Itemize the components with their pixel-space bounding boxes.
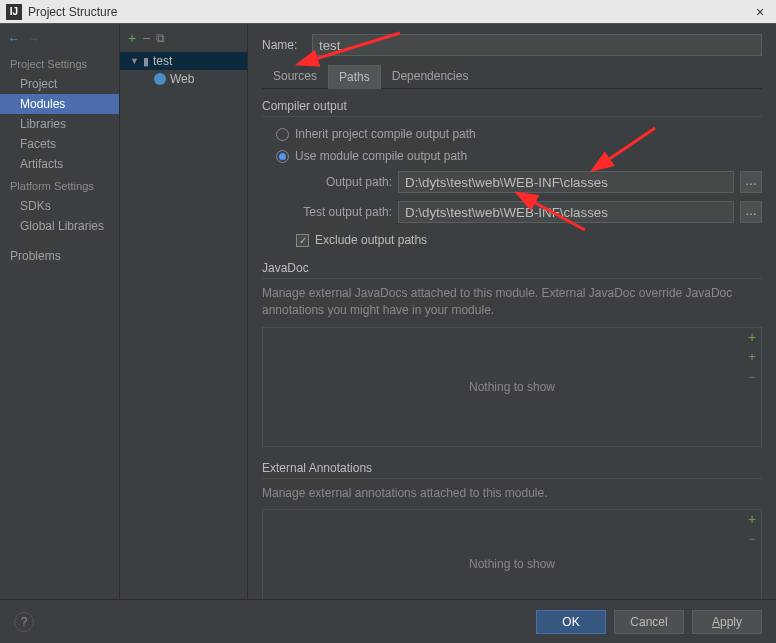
javadoc-title: JavaDoc xyxy=(262,261,762,279)
annotations-title: External Annotations xyxy=(262,461,762,479)
app-icon: IJ xyxy=(6,4,22,20)
sidebar-item-facets[interactable]: Facets xyxy=(0,134,119,154)
annotations-remove-icon[interactable]: − xyxy=(742,529,762,549)
add-icon[interactable]: + xyxy=(128,30,136,46)
exclude-label: Exclude output paths xyxy=(315,233,427,247)
content-panel: Name: Sources Paths Dependencies Compile… xyxy=(248,24,776,599)
annotations-list: Nothing to show + − xyxy=(262,509,762,599)
sidebar-heading-project: Project Settings xyxy=(0,52,119,74)
name-input[interactable] xyxy=(312,34,762,56)
radio-module[interactable]: Use module compile output path xyxy=(262,145,762,167)
exclude-checkbox-row[interactable]: ✓ Exclude output paths xyxy=(262,227,762,253)
module-icon: ▮ xyxy=(143,55,149,68)
chevron-down-icon: ▼ xyxy=(130,56,139,66)
tab-paths[interactable]: Paths xyxy=(328,65,381,89)
radio-checked-icon xyxy=(276,150,289,163)
sidebar-item-artifacts[interactable]: Artifacts xyxy=(0,154,119,174)
sidebar-heading-platform: Platform Settings xyxy=(0,174,119,196)
sidebar-item-modules[interactable]: Modules xyxy=(0,94,119,114)
web-icon xyxy=(154,73,166,85)
close-icon[interactable]: × xyxy=(750,4,770,20)
test-output-path-input[interactable] xyxy=(398,201,734,223)
settings-sidebar: ← → Project Settings Project Modules Lib… xyxy=(0,24,120,599)
sidebar-item-project[interactable]: Project xyxy=(0,74,119,94)
tree-node-root[interactable]: ▼ ▮ test xyxy=(120,52,247,70)
javadoc-add-icon[interactable]: + xyxy=(742,327,762,347)
radio-icon xyxy=(276,128,289,141)
sidebar-item-global-libraries[interactable]: Global Libraries xyxy=(0,216,119,236)
browse-output-button[interactable]: … xyxy=(740,171,762,193)
annotations-add-icon[interactable]: + xyxy=(742,509,762,529)
checkbox-checked-icon: ✓ xyxy=(296,234,309,247)
ok-button[interactable]: OK xyxy=(536,610,606,634)
titlebar: IJ Project Structure × xyxy=(0,0,776,24)
forward-icon[interactable]: → xyxy=(28,32,40,46)
compiler-output-title: Compiler output xyxy=(262,99,762,117)
dialog-footer: ? OK Cancel Apply xyxy=(0,599,776,643)
tabs: Sources Paths Dependencies xyxy=(262,64,762,89)
annotations-empty: Nothing to show xyxy=(469,557,555,571)
back-icon[interactable]: ← xyxy=(8,32,20,46)
browse-test-output-button[interactable]: … xyxy=(740,201,762,223)
radio-inherit[interactable]: Inherit project compile output path xyxy=(262,123,762,145)
output-path-label: Output path: xyxy=(296,175,392,189)
javadoc-empty: Nothing to show xyxy=(469,380,555,394)
help-icon[interactable]: ? xyxy=(14,612,34,632)
sidebar-item-libraries[interactable]: Libraries xyxy=(0,114,119,134)
sidebar-item-problems[interactable]: Problems xyxy=(0,246,119,266)
tab-sources[interactable]: Sources xyxy=(262,64,328,88)
annotations-desc: Manage external annotations attached to … xyxy=(262,485,762,502)
sidebar-item-sdks[interactable]: SDKs xyxy=(0,196,119,216)
module-tree: + − ⧉ ▼ ▮ test Web xyxy=(120,24,248,599)
window-title: Project Structure xyxy=(28,5,750,19)
javadoc-remove-icon[interactable]: − xyxy=(742,367,762,387)
copy-icon[interactable]: ⧉ xyxy=(156,31,165,45)
output-path-input[interactable] xyxy=(398,171,734,193)
name-label: Name: xyxy=(262,38,312,52)
apply-button[interactable]: Apply xyxy=(692,610,762,634)
javadoc-list: Nothing to show + + − xyxy=(262,327,762,447)
tree-node-web[interactable]: Web xyxy=(120,70,247,88)
remove-icon[interactable]: − xyxy=(142,30,150,46)
tree-root-label: test xyxy=(153,54,172,68)
javadoc-desc: Manage external JavaDocs attached to thi… xyxy=(262,285,762,319)
tree-child-label: Web xyxy=(170,72,194,86)
cancel-button[interactable]: Cancel xyxy=(614,610,684,634)
tab-dependencies[interactable]: Dependencies xyxy=(381,64,480,88)
javadoc-add-url-icon[interactable]: + xyxy=(742,347,762,367)
radio-module-label: Use module compile output path xyxy=(295,149,467,163)
test-output-path-label: Test output path: xyxy=(296,205,392,219)
radio-inherit-label: Inherit project compile output path xyxy=(295,127,476,141)
